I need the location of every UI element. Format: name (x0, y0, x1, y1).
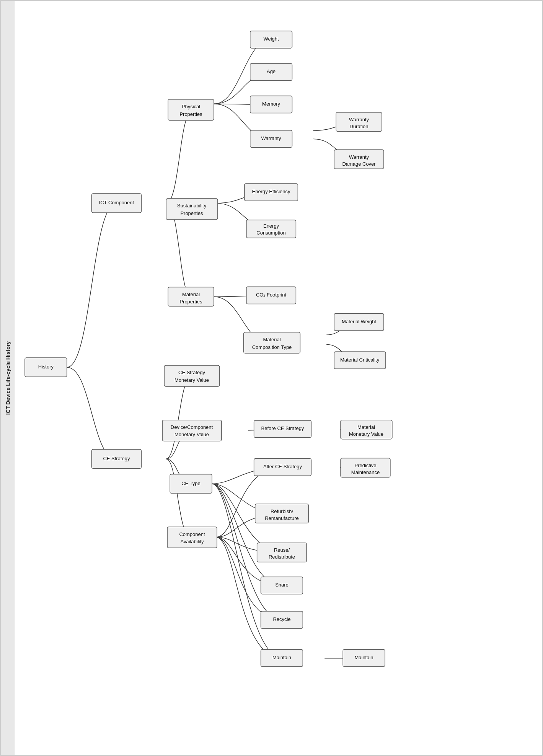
svg-text:Duration: Duration (350, 124, 369, 129)
node-history: History (25, 358, 67, 377)
svg-text:Refurbish/: Refurbish/ (271, 508, 294, 514)
svg-text:Monetary Value: Monetary Value (349, 431, 383, 437)
svg-text:CE Type: CE Type (181, 481, 201, 486)
page: ICT Device Life-cycle History (0, 0, 543, 756)
node-physical-properties: Physical Properties (168, 99, 214, 121)
node-energy-consumption: Energy Consumption (246, 220, 296, 238)
node-share: Share (261, 577, 303, 594)
svg-text:Reuse/: Reuse/ (274, 547, 290, 553)
node-weight: Weight (250, 31, 292, 48)
svg-text:Energy Efficiency: Energy Efficiency (252, 189, 290, 194)
diagram-area: History ICT Component CE Strategy Physic… (15, 1, 542, 755)
node-material-composition: Material Composition Type (244, 332, 300, 353)
node-ce-strategy-monetary: CE Strategy Monetary Value (164, 365, 220, 386)
node-device-component-monetary: Device/Component Monetary Value (162, 420, 222, 441)
svg-rect-23 (167, 527, 217, 548)
node-material-properties: Material Properties (168, 287, 214, 306)
svg-text:CE Strategy: CE Strategy (178, 370, 205, 375)
node-sustainability-properties: Sustainability Properties (166, 199, 218, 220)
svg-text:Material: Material (357, 424, 375, 430)
node-predictive-maintenance: Predictive Maintenance (341, 458, 390, 477)
sidebar: ICT Device Life-cycle History (1, 1, 15, 755)
node-refurbish: Refurbish/ Remanufacture (255, 504, 309, 523)
svg-rect-6 (168, 99, 214, 121)
svg-text:History: History (38, 364, 54, 370)
diagram-svg: History ICT Component CE Strategy Physic… (15, 1, 542, 755)
node-energy-efficiency: Energy Efficiency (245, 184, 298, 201)
svg-rect-15 (164, 365, 220, 386)
node-ce-strategy: CE Strategy (92, 450, 142, 469)
node-before-ce: Before CE Strategy (254, 420, 311, 438)
svg-text:Recycle: Recycle (273, 616, 290, 622)
svg-text:Weight: Weight (263, 36, 279, 42)
svg-text:Material: Material (263, 337, 280, 342)
svg-text:Material Weight: Material Weight (342, 319, 376, 324)
svg-text:Memory: Memory (262, 101, 280, 107)
node-after-ce: After CE Strategy (254, 459, 311, 476)
svg-rect-9 (166, 199, 218, 220)
svg-text:Availability: Availability (180, 539, 204, 544)
node-material-weight: Material Weight (334, 313, 384, 331)
node-memory: Memory (250, 96, 292, 113)
svg-text:Properties: Properties (180, 210, 203, 216)
svg-text:Before CE Strategy: Before CE Strategy (261, 425, 304, 431)
svg-text:Device/Component: Device/Component (171, 424, 213, 430)
node-recycle: Recycle (261, 611, 303, 629)
svg-text:Damage Cover: Damage Cover (342, 161, 376, 167)
svg-text:Warranty: Warranty (261, 135, 281, 141)
node-age: Age (250, 64, 292, 81)
svg-text:After CE Strategy: After CE Strategy (263, 464, 302, 469)
node-maintain-right: Maintain (343, 649, 385, 666)
svg-text:ICT Component: ICT Component (99, 200, 134, 205)
node-ict-component: ICT Component (92, 194, 142, 213)
svg-text:Material Criticality: Material Criticality (340, 357, 380, 363)
svg-text:Monetary Value: Monetary Value (174, 432, 209, 437)
svg-text:Energy: Energy (263, 223, 279, 229)
svg-text:Maintain: Maintain (354, 655, 373, 660)
svg-text:CE Strategy: CE Strategy (103, 456, 130, 461)
svg-text:Redistribute: Redistribute (269, 554, 295, 560)
svg-text:Material: Material (182, 292, 200, 297)
svg-text:Maintenance: Maintenance (351, 469, 380, 475)
svg-text:Maintain: Maintain (272, 655, 291, 660)
svg-rect-41 (244, 332, 300, 353)
svg-text:Monetary Value: Monetary Value (174, 377, 209, 383)
node-ce-type: CE Type (170, 474, 212, 493)
svg-text:Properties: Properties (179, 299, 202, 305)
svg-text:Predictive: Predictive (355, 463, 377, 468)
svg-text:Age: Age (267, 68, 276, 74)
node-reuse: Reuse/ Redistribute (257, 543, 307, 562)
svg-text:Warranty: Warranty (349, 117, 369, 122)
node-material-monetary: Material Monetary Value (341, 420, 392, 439)
sidebar-label: ICT Device Life-cycle History (5, 341, 11, 415)
svg-text:Composition Type: Composition Type (252, 344, 292, 350)
node-warranty-duration: Warranty Duration (336, 112, 382, 132)
svg-text:Sustainability: Sustainability (177, 203, 207, 209)
svg-rect-18 (162, 420, 222, 441)
svg-text:Warranty: Warranty (349, 154, 369, 160)
svg-text:Share: Share (275, 582, 289, 588)
svg-text:Remanufacture: Remanufacture (265, 515, 299, 521)
node-material-criticality: Material Criticality (334, 352, 386, 369)
svg-text:Physical: Physical (182, 104, 200, 109)
node-maintain-left: Maintain (261, 649, 303, 666)
node-warranty-damage: Warranty Damage Cover (334, 150, 384, 169)
svg-text:CO₂ Footprint: CO₂ Footprint (256, 292, 287, 298)
svg-text:Properties: Properties (179, 111, 202, 117)
svg-text:Consumption: Consumption (256, 230, 285, 236)
node-warranty: Warranty (250, 130, 292, 147)
node-co2-footprint: CO₂ Footprint (246, 287, 296, 304)
svg-text:Component: Component (179, 531, 205, 537)
node-component-availability: Component Availability (167, 527, 217, 548)
